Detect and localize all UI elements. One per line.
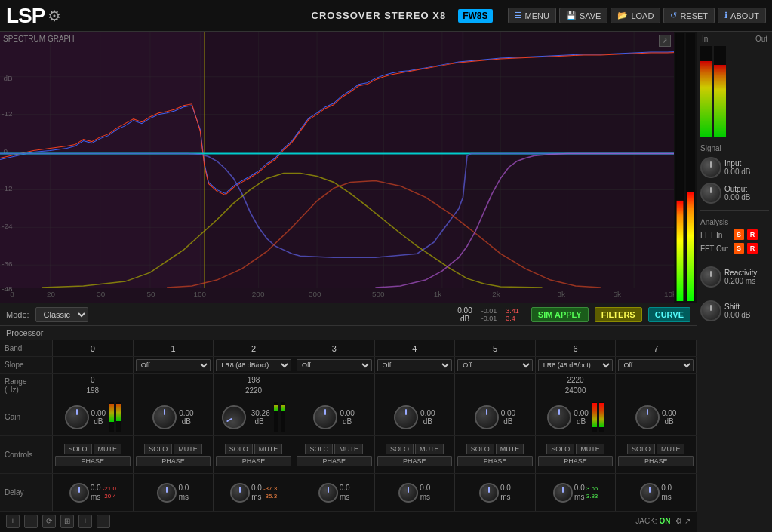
band-5-mute-btn[interactable]: MUTE	[496, 444, 524, 454]
spectrum-container[interactable]: SPECTRUM GRAPH dB -12 0 -12 -24 -36	[0, 32, 697, 303]
band-7-delay: 0.0 ms	[616, 474, 697, 511]
band-1-delay-val: 0.0	[178, 484, 189, 492]
band-1-gain-knob[interactable]	[152, 405, 177, 429]
band-7-mute-btn[interactable]: MUTE	[657, 444, 685, 454]
band-3-slope[interactable]: Off	[294, 357, 375, 373]
fft-in-r-btn[interactable]: R	[747, 229, 758, 240]
band-4-phase-btn[interactable]: PHASE	[377, 456, 453, 466]
band-0-phase-btn[interactable]: PHASE	[55, 456, 131, 466]
band-3-gain-knob[interactable]	[313, 405, 337, 429]
band-0-delay-meters: -21.0 -20.4	[103, 485, 116, 500]
band-2-gain-knob[interactable]	[218, 401, 251, 434]
band-7-phase-btn[interactable]: PHASE	[618, 456, 694, 466]
band-1-phase-btn[interactable]: PHASE	[136, 456, 211, 466]
band-5-controls: SOLO MUTE PHASE	[455, 436, 536, 473]
fft-out-r-btn[interactable]: R	[747, 243, 758, 254]
reactivity-knob[interactable]	[700, 266, 721, 288]
about-button[interactable]: ℹ ABOUT	[718, 8, 766, 23]
band-3-delay-knob[interactable]	[318, 483, 338, 503]
output-value: 0.00 dB	[724, 193, 769, 201]
save-icon: 💾	[566, 11, 577, 20]
band-4-slope-select[interactable]: Off	[377, 359, 453, 371]
band-0-mute-btn[interactable]: MUTE	[94, 444, 122, 454]
band-0-solo-btn[interactable]: SOLO	[64, 444, 92, 454]
band-5-phase-btn[interactable]: PHASE	[457, 456, 533, 466]
shift-value: 0.00 dB	[724, 311, 769, 319]
mode-select[interactable]: Classic	[35, 307, 88, 322]
shift-knob[interactable]	[700, 300, 721, 321]
band-0-delay-knob[interactable]	[69, 483, 89, 503]
band-2-mute-btn[interactable]: MUTE	[254, 444, 283, 454]
band-6-phase-btn[interactable]: PHASE	[538, 456, 614, 466]
band-2-solo-btn[interactable]: SOLO	[225, 444, 253, 454]
filters-button[interactable]: FILTERS	[595, 307, 642, 322]
band-7-delay-knob[interactable]	[640, 483, 660, 503]
reactivity-value: 0.200 ms	[724, 277, 769, 285]
minus2-btn[interactable]: −	[97, 515, 110, 528]
spectrum-expand-button[interactable]: ⤢	[659, 35, 671, 47]
band-3-solo-btn[interactable]: SOLO	[305, 444, 333, 454]
band-6-delay-knob[interactable]	[553, 483, 573, 503]
svg-text:500: 500	[372, 290, 385, 297]
fft-out-s-btn[interactable]: S	[734, 243, 744, 254]
band-0-gain-knob[interactable]	[65, 405, 89, 429]
band-7-gain-knob[interactable]	[635, 405, 660, 429]
band-4-slope[interactable]: Off	[375, 357, 456, 373]
save-button[interactable]: 💾 SAVE	[559, 8, 608, 23]
add-btn[interactable]: +	[6, 515, 20, 528]
band-7-solo-btn[interactable]: SOLO	[627, 444, 655, 454]
band-3-slope-select[interactable]: Off	[297, 359, 372, 371]
band-6-slope-select[interactable]: LR8 (48 dB/oct)	[538, 359, 614, 371]
input-knob[interactable]	[700, 157, 721, 178]
menu-button[interactable]: ☰ MENU	[508, 8, 556, 23]
band-5-gain-knob[interactable]	[475, 405, 499, 429]
band-2-gain-value: -30.26dB	[248, 409, 269, 426]
band-1-mute-btn[interactable]: MUTE	[174, 444, 202, 454]
band-4-gain-knob[interactable]	[394, 405, 418, 429]
band-6-solo-btn[interactable]: SOLO	[546, 444, 574, 454]
load-button[interactable]: 📂 LOAD	[611, 8, 660, 23]
reset-button[interactable]: ↺ RESET	[663, 8, 715, 23]
band-3-mute-btn[interactable]: MUTE	[334, 444, 363, 454]
sim-apply-button[interactable]: SIM APPLY	[531, 307, 589, 322]
vu-meter-columns	[674, 32, 697, 303]
band-6-slope[interactable]: LR8 (48 dB/oct)	[536, 357, 617, 373]
lock-btn[interactable]: ⊞	[60, 515, 74, 528]
output-knob[interactable]	[700, 183, 721, 204]
band-2-delay-val: 0.0	[251, 484, 262, 492]
band-0-delay-m2: -20.4	[103, 493, 116, 500]
reset-small-btn[interactable]: ⟳	[42, 515, 56, 528]
band-4-delay-knob[interactable]	[398, 483, 418, 503]
band-2-slope-select[interactable]: LR8 (48 dB/oct)	[216, 359, 291, 371]
band-2-phase-btn[interactable]: PHASE	[216, 456, 291, 466]
band-5-delay-knob[interactable]	[479, 483, 499, 503]
band-6-gain-knob[interactable]	[547, 405, 571, 429]
band-5-slope[interactable]: Off	[455, 357, 536, 373]
band-3-phase-btn[interactable]: PHASE	[297, 456, 372, 466]
band-2-delay-knob[interactable]	[230, 483, 250, 503]
band-1-delay-knob[interactable]	[157, 483, 177, 503]
curve-button[interactable]: CURVE	[648, 307, 690, 322]
band-1-slope-select[interactable]: Off	[136, 359, 211, 371]
band-1-solo-btn[interactable]: SOLO	[144, 444, 172, 454]
band-4-mute-btn[interactable]: MUTE	[415, 444, 444, 454]
fft-in-s-btn[interactable]: S	[734, 229, 744, 240]
band-0-delay-m1: -21.0	[103, 485, 116, 492]
band-5-slope-select[interactable]: Off	[457, 359, 533, 371]
band-7-slope[interactable]: Off	[616, 357, 697, 373]
band-6-mute-btn[interactable]: MUTE	[576, 444, 604, 454]
remove-btn[interactable]: −	[24, 515, 38, 528]
band-4-solo-btn[interactable]: SOLO	[386, 444, 414, 454]
band-5-solo-btn[interactable]: SOLO	[466, 444, 494, 454]
load-label: LOAD	[631, 11, 654, 20]
level-readings: -0.01 -0.01	[481, 307, 497, 322]
band-7-solo-mute: SOLO MUTE	[627, 444, 685, 454]
band-3-range	[294, 374, 375, 398]
band-1-slope[interactable]: Off	[134, 357, 214, 373]
band-2-slope[interactable]: LR8 (48 dB/oct)	[214, 357, 294, 373]
plus2-btn[interactable]: +	[78, 515, 92, 528]
band-7-slope-select[interactable]: Off	[618, 359, 694, 371]
band-0-controls: SOLO MUTE PHASE	[53, 436, 134, 473]
spectrum-graph[interactable]: dB -12 0 -12 -24 -36 -48	[0, 32, 697, 303]
band-0-num: 0	[91, 344, 95, 353]
